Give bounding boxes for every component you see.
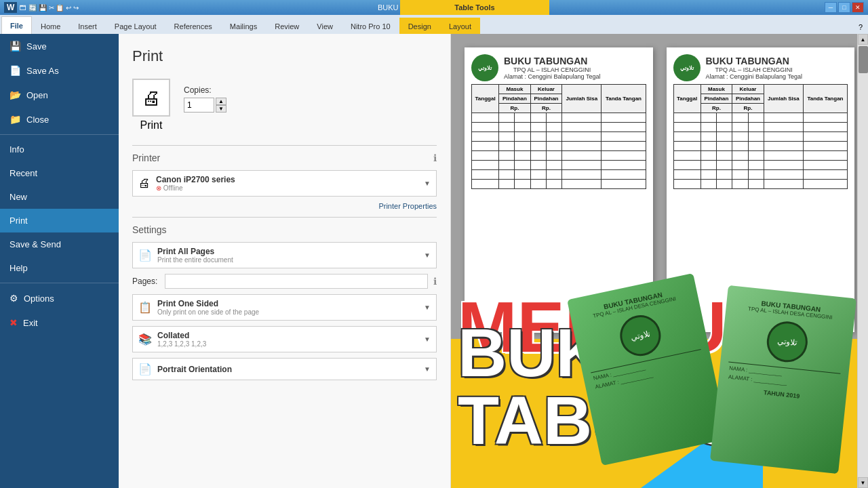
print-all-pages-dropdown[interactable]: 📄 Print All Pages Print the entire docum…	[132, 242, 437, 268]
tab-review[interactable]: Review	[266, 18, 308, 34]
settings-section-title: Settings	[132, 224, 437, 235]
tab-references[interactable]: References	[165, 18, 221, 34]
tabungan-table-1: Tanggal Masuk Keluar Jumlah Sisa Tanda T…	[471, 84, 646, 189]
scroll-thumb[interactable]	[859, 46, 868, 73]
table-row	[673, 132, 848, 142]
sidebar-item-exit[interactable]: ✖ Exit	[0, 310, 119, 335]
printer-properties-link[interactable]: Printer Properties	[132, 202, 437, 210]
table-row	[472, 142, 646, 151]
collated-row[interactable]: 📚 Collated 1,2,3 1,2,3 1,2,3 ▼	[132, 326, 437, 352]
collated-name: Collated	[157, 331, 418, 340]
print-all-pages-row[interactable]: 📄 Print All Pages Print the entire docum…	[132, 242, 437, 268]
pages-row: Pages: ℹ	[132, 274, 437, 289]
collated-dropdown[interactable]: 📚 Collated 1,2,3 1,2,3 1,2,3 ▼	[132, 326, 437, 352]
print-one-sided-name: Print One Sided	[157, 299, 418, 308]
scroll-up-button[interactable]: ▲	[858, 34, 868, 45]
printer-info-icon[interactable]: ℹ	[433, 152, 437, 163]
sidebar-new-label: New	[9, 192, 27, 202]
tab-page-layout[interactable]: Page Layout	[106, 18, 165, 34]
main-content: Print 🖨 Print Copies: ▲ ▼ Printer ℹ	[119, 34, 868, 488]
scroll-down-button[interactable]: ▼	[858, 477, 868, 488]
print-one-sided-desc: Only print on one side of the page	[157, 308, 418, 316]
col-masuk-pindahan: Pindahan	[499, 94, 531, 104]
table-row	[673, 161, 848, 170]
minimize-button[interactable]: ─	[825, 2, 837, 13]
tab-insert[interactable]: Insert	[69, 18, 106, 34]
table-row	[472, 180, 646, 189]
table-row	[673, 180, 848, 189]
sidebar-item-save[interactable]: 💾 Save	[0, 34, 119, 58]
title-bar-left: W 🗔 🔄 💾 ✂ 📋 ↩ ↪	[4, 2, 79, 13]
exit-icon: ✖	[9, 317, 18, 328]
overlay-container: MEMBUAT BUKU TABUNGAN BUKU TABUNGAN TPQ …	[451, 258, 868, 488]
portrait-name: Portrait Orientation	[157, 365, 418, 374]
printer-dropdown[interactable]: 🖨 Canon iP2700 series ⊗ Offline ▼	[132, 170, 437, 197]
collated-icon: 📚	[138, 333, 152, 346]
tab-mailings[interactable]: Mailings	[221, 18, 266, 34]
sidebar-item-save-send[interactable]: Save & Send	[0, 232, 119, 256]
table-tools-label: Table Tools	[454, 3, 495, 12]
ribbon-tabs: File Home Insert Page Layout References …	[0, 15, 868, 34]
portrait-dropdown[interactable]: 📄 Portrait Orientation ▼	[132, 358, 437, 380]
page2-subtitle2: Alamat : Cenggini Balapulang Tegal	[706, 73, 802, 80]
table-row	[673, 151, 848, 161]
table-row	[472, 123, 646, 132]
collated-info: Collated 1,2,3 1,2,3 1,2,3	[157, 331, 418, 348]
sidebar-open-label: Open	[26, 90, 48, 100]
print-one-sided-info: Print One Sided Only print on one side o…	[157, 299, 418, 316]
tab-home[interactable]: Home	[32, 18, 69, 34]
close-button[interactable]: ✕	[852, 2, 864, 13]
col2-tanggal: Tanggal	[673, 85, 701, 113]
tab-nitro[interactable]: Nitro Pro 10	[342, 18, 399, 34]
sidebar-item-open[interactable]: 📂 Open	[0, 83, 119, 107]
sidebar-item-close[interactable]: 📁 Close	[0, 107, 119, 131]
printer-name: Canon iP2700 series	[156, 175, 418, 184]
print-one-sided-icon: 📋	[138, 301, 152, 314]
print-one-sided-row[interactable]: 📋 Print One Sided Only print on one side…	[132, 294, 437, 321]
portrait-row[interactable]: 📄 Portrait Orientation ▼	[132, 358, 437, 380]
sidebar-item-save-as[interactable]: 📄 Save As	[0, 58, 119, 83]
pages-info-icon[interactable]: ℹ	[433, 276, 437, 287]
print-all-pages-info: Print All Pages Print the entire documen…	[157, 247, 418, 264]
printer-select[interactable]: 🖨 Canon iP2700 series ⊗ Offline ▼	[132, 170, 437, 197]
open-icon: 📂	[9, 89, 21, 100]
sidebar-item-recent[interactable]: Recent	[0, 161, 119, 185]
print-section: 🖨 Print Copies: ▲ ▼	[132, 79, 437, 131]
page2-title: BUKU TABUNGAN	[706, 56, 802, 66]
pages-label: Pages:	[132, 277, 159, 286]
maximize-button[interactable]: □	[838, 2, 850, 13]
print-button[interactable]: 🖨 Print	[132, 79, 170, 131]
tab-file[interactable]: File	[1, 16, 32, 34]
sidebar-item-new[interactable]: New	[0, 185, 119, 209]
col2-masuk-pindahan: Pindahan	[701, 94, 732, 104]
page2-header: تلاوتي BUKU TABUNGAN TPQ AL – ISLAH CENG…	[673, 54, 848, 81]
table-tools-bar: Table Tools	[400, 0, 549, 15]
copies-spinner: ▲ ▼	[216, 98, 226, 113]
tab-view[interactable]: View	[308, 18, 342, 34]
col-masuk: Masuk	[499, 85, 531, 94]
tab-layout[interactable]: Layout	[440, 18, 480, 34]
page1-title-block: BUKU TABUNGAN TPQ AL – ISLAH CENGGINI Al…	[504, 56, 600, 80]
close-folder-icon: 📁	[9, 114, 21, 125]
print-panel: Print 🖨 Print Copies: ▲ ▼ Printer ℹ	[119, 34, 451, 488]
copies-up-button[interactable]: ▲	[216, 98, 226, 105]
print-one-sided-dropdown[interactable]: 📋 Print One Sided Only print on one side…	[132, 294, 437, 321]
col-tanda: Tanda Tangan	[601, 85, 646, 113]
copies-input[interactable]	[184, 98, 214, 113]
pages-input[interactable]	[165, 274, 428, 289]
col-masuk-rp: Rp.	[499, 104, 531, 113]
ribbon: File Home Insert Page Layout References …	[0, 15, 868, 35]
sidebar-item-print[interactable]: Print	[0, 209, 119, 232]
help-icon[interactable]: ?	[853, 20, 868, 34]
sidebar-item-help[interactable]: Help	[0, 256, 119, 280]
sidebar-item-info[interactable]: Info	[0, 138, 119, 161]
window-controls[interactable]: ─ □ ✕	[825, 2, 864, 13]
sidebar-exit-label: Exit	[23, 318, 38, 328]
tab-design[interactable]: Design	[399, 18, 440, 34]
sidebar-item-options[interactable]: ⚙ Options	[0, 286, 119, 310]
sidebar-info-label: Info	[9, 144, 24, 155]
copies-down-button[interactable]: ▼	[216, 105, 226, 113]
print-title: Print	[132, 47, 437, 65]
col2-jumlah: Jumlah Sisa	[764, 85, 803, 113]
col2-keluar-pindahan: Pindahan	[732, 94, 764, 104]
